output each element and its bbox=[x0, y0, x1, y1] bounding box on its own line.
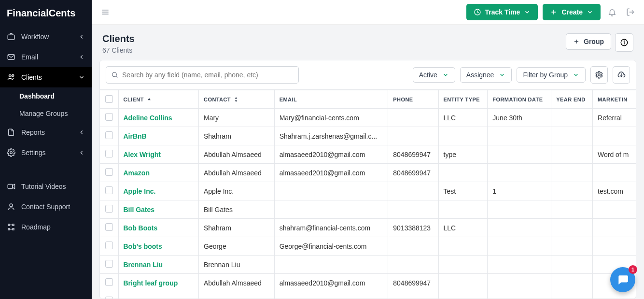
sidebar-item-reports[interactable]: Reports bbox=[0, 122, 92, 142]
row-checkbox[interactable] bbox=[105, 186, 113, 194]
chevron-left-icon bbox=[78, 149, 85, 156]
th-marketing[interactable]: MARKETIN bbox=[593, 90, 636, 109]
cell-contact: Mary bbox=[199, 109, 275, 127]
cell-phone: 8048699947 bbox=[388, 145, 438, 164]
row-checkbox[interactable] bbox=[105, 113, 113, 121]
th-year-end[interactable]: YEAR END bbox=[551, 90, 593, 109]
road-icon bbox=[7, 223, 15, 231]
cell-marketing: Referral bbox=[593, 109, 636, 127]
cell-phone bbox=[388, 182, 438, 200]
cell-formation-date bbox=[488, 237, 551, 256]
table-scroll[interactable]: CLIENT CONTACT EMAIL PHONE ENTITY TYPE F… bbox=[100, 90, 636, 299]
row-checkbox[interactable] bbox=[105, 223, 113, 231]
filter-label: Assignee bbox=[466, 71, 494, 79]
cell-email: Shahram.j.zarshenas@gmail.c... bbox=[274, 127, 388, 145]
th-formation-date[interactable]: FORMATION DATE bbox=[488, 90, 551, 109]
sidebar-subitem-manage-groups[interactable]: Manage Groups bbox=[0, 105, 92, 122]
table-row: Adeline CollinsMaryMary@financial-cents.… bbox=[100, 109, 636, 127]
search-box[interactable] bbox=[106, 66, 299, 84]
chat-widget[interactable]: 1 bbox=[610, 267, 635, 292]
cell-marketing: Word of m bbox=[593, 145, 636, 164]
row-checkbox[interactable] bbox=[105, 242, 113, 249]
row-checkbox[interactable] bbox=[105, 168, 113, 176]
create-button[interactable]: Create bbox=[543, 4, 601, 20]
cell-phone: 9013388123 bbox=[388, 219, 438, 237]
topbar: Track Time Create bbox=[92, 0, 644, 25]
search-icon bbox=[111, 71, 118, 79]
client-link[interactable]: Brennan Liu bbox=[124, 261, 163, 269]
row-checkbox[interactable] bbox=[105, 297, 113, 299]
th-client[interactable]: CLIENT bbox=[118, 90, 199, 109]
client-link[interactable]: AirBnB bbox=[124, 132, 147, 140]
info-button[interactable] bbox=[615, 33, 633, 52]
cell-email bbox=[274, 256, 388, 274]
table-row: AirBnBShahramShahram.j.zarshenas@gmail.c… bbox=[100, 127, 636, 145]
client-link[interactable]: Bill Gates bbox=[124, 206, 155, 214]
cell-phone bbox=[388, 109, 438, 127]
sidebar-item-contact-support[interactable]: Contact Support bbox=[0, 197, 92, 217]
page-title: Clients bbox=[102, 33, 135, 44]
cell-email: George@financial-cents.com bbox=[274, 237, 388, 256]
notifications-button[interactable] bbox=[605, 5, 619, 19]
search-input[interactable] bbox=[122, 71, 294, 79]
sidebar-item-workflow[interactable]: Workflow bbox=[0, 27, 92, 47]
sidebar-item-email[interactable]: Email bbox=[0, 47, 92, 67]
client-link[interactable]: Amazon bbox=[124, 169, 150, 177]
client-link[interactable]: Adeline Collins bbox=[124, 114, 172, 122]
clock-icon bbox=[474, 8, 481, 16]
sidebar-item-label: Email bbox=[21, 53, 72, 61]
sidebar-item-label: Reports bbox=[21, 128, 72, 136]
cell-entity-type: type bbox=[438, 145, 488, 164]
th-entity-type[interactable]: ENTITY TYPE bbox=[438, 90, 488, 109]
cell-marketing: test.com bbox=[593, 182, 636, 200]
brand-logo: FinancialCents bbox=[0, 0, 92, 27]
hamburger-button[interactable] bbox=[98, 5, 112, 19]
sidebar-item-clients[interactable]: Clients bbox=[0, 67, 92, 87]
cell-formation-date bbox=[488, 274, 551, 292]
cell-entity-type bbox=[438, 127, 488, 145]
client-link[interactable]: Alex Wright bbox=[124, 151, 161, 158]
cell-contact: Abdullah Almsaeed bbox=[199, 164, 275, 182]
client-link[interactable]: Apple Inc. bbox=[124, 187, 156, 195]
sidebar-item-roadmap[interactable]: Roadmap bbox=[0, 217, 92, 237]
select-all-checkbox[interactable] bbox=[105, 95, 113, 103]
th-contact[interactable]: CONTACT bbox=[199, 90, 275, 109]
logout-button[interactable] bbox=[624, 5, 637, 19]
sidebar-subitem-dashboard[interactable]: Dashboard bbox=[0, 87, 92, 105]
table-row: Campbell Daily workCampbell Daily work bbox=[100, 292, 636, 299]
client-link[interactable]: Bob's boots bbox=[124, 242, 162, 250]
row-checkbox[interactable] bbox=[105, 278, 113, 286]
cell-entity-type bbox=[438, 237, 488, 256]
row-checkbox[interactable] bbox=[105, 205, 113, 213]
plus-icon bbox=[573, 38, 580, 45]
row-checkbox[interactable] bbox=[105, 150, 113, 157]
main-content: Track Time Create Clients 67 Clients bbox=[92, 0, 644, 299]
group-button[interactable]: Group bbox=[566, 33, 611, 50]
cell-formation-date bbox=[488, 127, 551, 145]
track-time-button[interactable]: Track Time bbox=[466, 4, 538, 20]
cell-entity-type: LLC bbox=[438, 219, 488, 237]
gear-icon bbox=[595, 71, 603, 79]
cell-email: almasaeed2010@gmail.com bbox=[274, 164, 388, 182]
cell-entity-type: LLC bbox=[438, 109, 488, 127]
cell-entity-type bbox=[438, 274, 488, 292]
export-button[interactable] bbox=[613, 66, 630, 84]
row-checkbox[interactable] bbox=[105, 260, 113, 268]
svg-point-19 bbox=[624, 41, 624, 42]
th-phone[interactable]: PHONE bbox=[388, 90, 438, 109]
svg-point-22 bbox=[598, 74, 601, 76]
group-filter[interactable]: Filter by Group bbox=[517, 67, 586, 83]
assignee-filter[interactable]: Assignee bbox=[460, 67, 512, 83]
columns-settings-button[interactable] bbox=[590, 66, 608, 84]
sidebar-item-settings[interactable]: Settings bbox=[0, 142, 92, 163]
cell-entity-type bbox=[438, 292, 488, 299]
status-filter[interactable]: Active bbox=[413, 67, 455, 83]
client-link[interactable]: Bright leaf group bbox=[124, 279, 178, 287]
client-link[interactable]: Campbell Daily work bbox=[124, 298, 190, 299]
sidebar: FinancialCents Workflow Email Clients Da… bbox=[0, 0, 92, 299]
client-link[interactable]: Bob Boots bbox=[124, 224, 158, 232]
svg-marker-25 bbox=[235, 97, 238, 99]
th-email[interactable]: EMAIL bbox=[274, 90, 388, 109]
sidebar-item-tutorial-videos[interactable]: Tutorial Videos bbox=[0, 176, 92, 197]
row-checkbox[interactable] bbox=[105, 131, 113, 139]
